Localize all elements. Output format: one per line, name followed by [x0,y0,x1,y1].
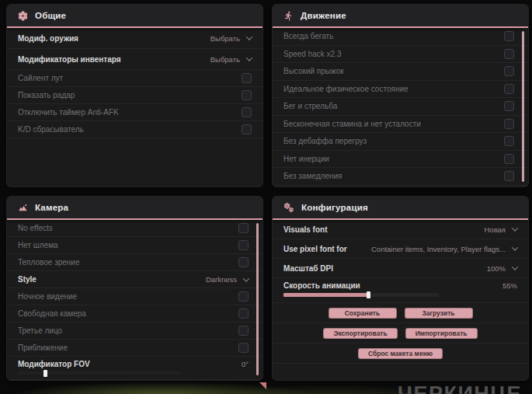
camera-row-style[interactable]: StyleDarkness [7,271,263,288]
третье-лицо-checkbox[interactable] [238,326,249,336]
camera-row-третье-лицо[interactable]: Третье лицо [7,323,263,340]
camera-row-свободная-камера[interactable]: Свободная камера [7,305,263,323]
mod-menu-screen: ЧЕРКИНЦЕ Общие Модиф. оружияВыбратьМодиф… [0,0,532,394]
row-label: Третье лицо [18,326,62,335]
general-row-отключить-таймер-anti-afk[interactable]: Отключить таймер Anti-AFK [7,104,263,121]
movement-row-идеальное-физическое-состояние[interactable]: Идеальное физическое состояние [273,81,528,99]
row-label: Масштаб DPI [283,264,333,273]
модификаторы-инвентаря-select[interactable]: Выбрать [210,55,252,64]
panel-title: Движение [301,11,346,20]
slider-handle[interactable] [367,291,370,298]
без-дебаффа-перегруз-checkbox[interactable] [504,136,514,146]
camera-row-тепловое-зрение[interactable]: Тепловое зрение [7,254,263,271]
row-label: K/D сбрасыватель [18,125,84,134]
row-label: Приближение [18,343,68,352]
всегда-бегать-checkbox[interactable] [504,31,514,41]
row-label: Модификаторы инвентаря [18,55,121,64]
slider-fill [283,293,369,297]
приближение-checkbox[interactable] [238,343,249,353]
scrollbar[interactable] [256,223,259,375]
visuals-font-select[interactable]: Новая [484,225,517,234]
config-row-скорость-анимации[interactable]: Скорость анимации55% [273,278,528,303]
нет-инерции-checkbox[interactable] [504,154,514,164]
бег-и-стрельба-checkbox[interactable] [504,101,514,111]
panel-camera-header[interactable]: Камера [7,197,263,220]
row-label: Бесконечная стамина и нет усталости [283,120,421,128]
отключить-таймер-anti-afk-checkbox[interactable] [242,107,252,117]
gears-icon [283,202,294,213]
runner-icon [283,11,294,21]
movement-row-без-замедления[interactable]: Без замедления [273,168,528,186]
config-row-visuals-font[interactable]: Visuals fontНовая [273,220,528,239]
сброс-макета-меню-button[interactable]: Сброс макета меню [358,348,443,359]
row-label: Use pixel font for [283,245,347,253]
general-row-модификаторы-инвентаря[interactable]: Модификаторы инвентаряВыбрать [7,49,263,70]
масштаб-dpi-select[interactable]: 100% [487,264,517,273]
camera-row-модификатор-fov[interactable]: Модификатор FOV0° [7,357,263,380]
general-row-сайлент-лут[interactable]: Сайлент лут [7,70,263,87]
movement-row-speed-hack-x2-3[interactable]: Speed hack x2.3 [273,46,528,64]
config-row-use-pixel-font-for[interactable]: Use pixel font forContainer items, Inven… [273,239,528,259]
camera-row-no-effects[interactable]: No effects [7,220,263,237]
бесконечная-стамина-и-нет-усталости-checkbox[interactable] [504,119,514,129]
chevron-down-icon [246,54,252,61]
select-value: Выбрать [210,55,240,64]
style-select[interactable]: Darkness [206,275,249,284]
нет-шлема-checkbox[interactable] [238,240,249,250]
movement-row-нет-инерции[interactable]: Нет инерции [273,151,528,169]
camera-row-приближение[interactable]: Приближение [7,340,263,357]
сохранить-button[interactable]: Сохранить [329,308,397,319]
chevron-down-icon [512,263,518,270]
movement-row-бег-и-стрельба[interactable]: Бег и стрельба [273,98,528,116]
movement-row-без-дебаффа-перегруз[interactable]: Без дебаффа перегруз [273,133,528,151]
экспортировать-button[interactable]: Экспортировать [323,328,397,339]
показать-радар-checkbox[interactable] [242,90,252,100]
идеальное-физическое-состояние-checkbox[interactable] [504,84,514,94]
select-value: Darkness [206,275,237,284]
panel-config-header[interactable]: Конфигурация [273,197,528,220]
сайлент-лут-checkbox[interactable] [242,73,252,83]
panel-movement: Движение Всегда бегатьSpeed hack x2.3Выс… [272,4,529,187]
ночное-видение-checkbox[interactable] [238,291,249,302]
row-label: Сайлент лут [18,74,63,82]
camera-row-ночное-видение[interactable]: Ночное видение [7,288,263,305]
без-замедления-checkbox[interactable] [504,171,514,181]
movement-row-бесконечная-стамина-и-нет-усталости[interactable]: Бесконечная стамина и нет усталости [273,116,528,134]
k-d-сбрасыватель-checkbox[interactable] [242,124,252,134]
no-effects-checkbox[interactable] [238,223,249,233]
button-row: СохранитьЗагрузить [273,303,528,323]
general-row-модиф-оружия[interactable]: Модиф. оружияВыбрать [7,28,263,49]
use-pixel-font-for-select[interactable]: Container items, Inventory, Player flags… [371,245,517,253]
resize-grip-icon[interactable] [259,382,266,389]
speed-hack-x2-3-checkbox[interactable] [504,49,514,59]
panel-general-header[interactable]: Общие [7,5,263,28]
row-label: Показать радар [18,91,75,99]
chevron-down-icon [243,275,249,281]
config-row-масштаб-dpi[interactable]: Масштаб DPI100% [273,259,528,278]
config-buttons: СохранитьЗагрузитьЭкспортироватьИмпортир… [273,303,528,364]
импортировать-button[interactable]: Импортировать [405,328,478,339]
general-row-k-d-сбрасыватель[interactable]: K/D сбрасыватель [7,121,263,138]
slider-handle[interactable] [43,370,47,377]
panel-movement-header[interactable]: Движение [273,5,528,28]
slider-value: 0° [242,360,249,368]
модиф-оружия-select[interactable]: Выбрать [210,34,252,43]
general-row-показать-радар[interactable]: Показать радар [7,87,263,104]
модификатор-fov-slider[interactable] [18,371,181,375]
slider-value: 55% [502,281,517,290]
select-value: 100% [487,264,506,273]
scrollbar[interactable] [522,31,524,182]
скорость-анимации-slider[interactable] [283,293,439,297]
row-label: Style [18,275,37,284]
row-label: Свободная камера [18,309,86,318]
тепловое-зрение-checkbox[interactable] [238,257,249,267]
camera-row-нет-шлема[interactable]: Нет шлема [7,237,263,254]
свободная-камера-checkbox[interactable] [238,309,249,319]
movement-row-всегда-бегать[interactable]: Всегда бегать [273,28,528,46]
movement-row-высокий-прыжок[interactable]: Высокий прыжок [273,63,528,81]
загрузить-button[interactable]: Загрузить [405,308,473,319]
row-label: Нет инерции [283,155,329,163]
высокий-прыжок-checkbox[interactable] [504,66,514,76]
panel-general: Общие Модиф. оружияВыбратьМодификаторы и… [6,4,263,187]
flower-icon [18,11,28,21]
